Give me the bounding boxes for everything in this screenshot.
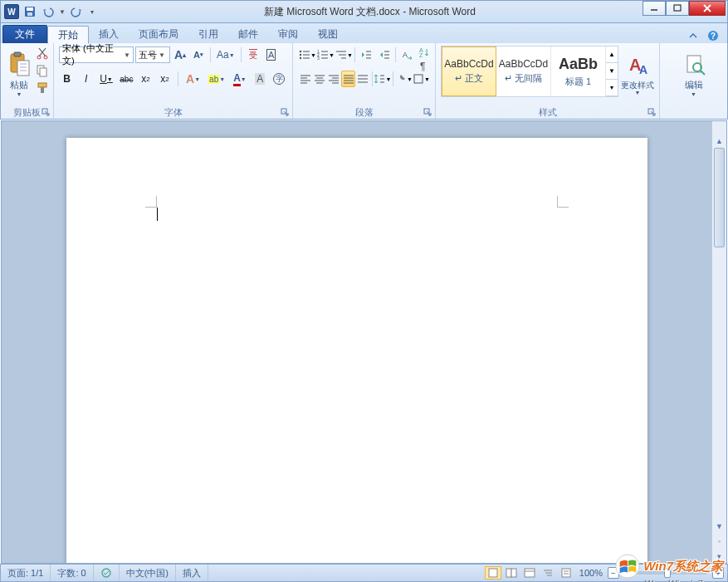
font-size-combo[interactable]: 五号▼ bbox=[135, 46, 170, 63]
status-mode[interactable]: 插入 bbox=[176, 565, 208, 581]
decrease-indent-icon[interactable] bbox=[357, 46, 375, 63]
view-draft-icon[interactable] bbox=[558, 566, 574, 580]
editing-label: 编辑 bbox=[685, 79, 703, 91]
status-words[interactable]: 字数: 0 bbox=[51, 565, 93, 581]
view-print-layout-icon[interactable] bbox=[485, 566, 501, 580]
styles-expand-icon[interactable]: ▾ bbox=[606, 80, 618, 96]
editing-button[interactable]: 编辑 ▼ bbox=[677, 46, 711, 102]
zoom-out-button[interactable]: − bbox=[608, 567, 619, 579]
scroll-up-icon[interactable]: ▲ bbox=[712, 134, 726, 148]
zoom-level[interactable]: 100% bbox=[579, 568, 603, 578]
align-left-icon[interactable] bbox=[298, 71, 312, 87]
bold-button[interactable]: B bbox=[59, 71, 75, 87]
tab-home[interactable]: 开始 bbox=[47, 26, 89, 44]
align-center-icon[interactable] bbox=[312, 71, 326, 87]
status-proof-icon[interactable] bbox=[94, 565, 120, 581]
undo-dropdown-icon[interactable]: ▼ bbox=[59, 8, 66, 16]
next-page-icon[interactable]: ▾ bbox=[712, 550, 726, 563]
clipboard-launcher-icon[interactable] bbox=[42, 108, 51, 118]
style-nospacing[interactable]: AaBbCcDd ↵ 无间隔 bbox=[496, 46, 551, 96]
grow-font-icon[interactable]: A▴ bbox=[172, 46, 188, 63]
subscript-button[interactable]: x2 bbox=[138, 71, 154, 87]
view-outline-icon[interactable] bbox=[540, 566, 556, 580]
enclose-char-icon[interactable]: 字 bbox=[271, 71, 287, 87]
underline-button[interactable]: U▼ bbox=[97, 71, 115, 87]
tab-review[interactable]: 审阅 bbox=[268, 25, 308, 43]
group-clipboard: 粘贴 ▼ 剪贴板 bbox=[1, 43, 54, 119]
char-border-icon[interactable]: A bbox=[263, 46, 280, 63]
copy-icon[interactable] bbox=[35, 63, 50, 78]
group-styles: AaBbCcDd ↵ 正文 AaBbCcDd ↵ 无间隔 AaBb 标题 1 ▲… bbox=[436, 43, 660, 119]
page[interactable] bbox=[66, 138, 647, 563]
ltr-icon[interactable]: A bbox=[398, 46, 416, 63]
styles-scroll-up-icon[interactable]: ▲ bbox=[606, 46, 618, 63]
line-spacing-icon[interactable]: ▼ bbox=[374, 71, 391, 87]
text-effects-icon[interactable]: A▼ bbox=[183, 71, 203, 87]
tab-mailings[interactable]: 邮件 bbox=[228, 25, 268, 43]
styles-launcher-icon[interactable] bbox=[647, 108, 657, 118]
minimize-ribbon-icon[interactable] bbox=[687, 30, 701, 43]
svg-text:A: A bbox=[403, 51, 408, 59]
distribute-icon[interactable] bbox=[355, 71, 369, 87]
paste-button[interactable]: 粘贴 ▼ bbox=[6, 46, 32, 102]
vertical-scrollbar[interactable]: ▲ ▼ ◦ ▾ bbox=[711, 121, 726, 563]
minimize-button[interactable] bbox=[642, 1, 666, 16]
zoom-in-button[interactable]: + bbox=[712, 567, 724, 579]
style-heading1[interactable]: AaBb 标题 1 bbox=[551, 46, 606, 96]
help-icon[interactable]: ? bbox=[707, 30, 721, 43]
borders-icon[interactable]: ▼ bbox=[413, 71, 430, 87]
view-web-icon[interactable] bbox=[521, 566, 538, 580]
document-scroll[interactable] bbox=[2, 121, 711, 563]
format-painter-icon[interactable] bbox=[35, 81, 50, 95]
qat-customize-icon[interactable]: ▾ bbox=[90, 8, 94, 16]
multilevel-list-icon[interactable]: ▼ bbox=[335, 46, 353, 63]
clipboard-label: 剪贴板 bbox=[13, 106, 41, 119]
shading-icon[interactable]: ▼ bbox=[395, 71, 413, 87]
maximize-button[interactable] bbox=[666, 1, 689, 16]
tab-insert[interactable]: 插入 bbox=[89, 25, 129, 43]
char-shading-icon[interactable]: A bbox=[252, 71, 268, 87]
highlight-icon[interactable]: ab▼ bbox=[206, 71, 227, 87]
view-fullscreen-icon[interactable] bbox=[503, 566, 520, 580]
file-tab[interactable]: 文件 bbox=[2, 25, 47, 43]
numbering-icon[interactable]: 123▼ bbox=[316, 46, 335, 63]
align-right-icon[interactable] bbox=[326, 71, 340, 87]
prev-page-icon[interactable]: ◦ bbox=[712, 535, 726, 548]
zoom-slider[interactable] bbox=[624, 571, 707, 575]
tab-view[interactable]: 视图 bbox=[308, 25, 348, 43]
tab-references[interactable]: 引用 bbox=[188, 25, 228, 43]
shrink-font-icon[interactable]: A▾ bbox=[190, 46, 207, 63]
strikethrough-button[interactable]: abc bbox=[119, 71, 134, 87]
scroll-thumb[interactable] bbox=[714, 148, 725, 247]
tab-layout[interactable]: 页面布局 bbox=[129, 25, 188, 43]
phonetic-guide-icon[interactable]: 受 bbox=[245, 46, 261, 63]
styles-gallery[interactable]: AaBbCcDd ↵ 正文 AaBbCcDd ↵ 无间隔 AaBb 标题 1 ▲… bbox=[441, 46, 618, 97]
change-case-icon[interactable]: Aa▼ bbox=[214, 46, 237, 63]
scroll-down-icon[interactable]: ▼ bbox=[712, 520, 726, 533]
margin-corner-tl bbox=[145, 196, 157, 208]
status-language[interactable]: 中文(中国) bbox=[120, 565, 176, 581]
style-normal[interactable]: AaBbCcDd ↵ 正文 bbox=[442, 46, 496, 96]
italic-button[interactable]: I bbox=[78, 71, 94, 87]
font-color-icon[interactable]: A▼ bbox=[231, 71, 249, 87]
save-icon[interactable] bbox=[22, 4, 37, 19]
superscript-button[interactable]: x2 bbox=[157, 71, 173, 87]
align-justify-icon[interactable] bbox=[341, 71, 356, 87]
bullets-icon[interactable]: ▼ bbox=[298, 46, 316, 63]
title-bar: W ▼ ▾ 新建 Microsoft Word 文档.docx - Micros… bbox=[0, 0, 728, 23]
styles-scroll-down-icon[interactable]: ▼ bbox=[606, 63, 618, 80]
undo-icon[interactable] bbox=[41, 4, 56, 19]
font-launcher-icon[interactable] bbox=[281, 108, 291, 118]
sort-icon[interactable]: AZ bbox=[417, 46, 432, 58]
close-button[interactable] bbox=[689, 1, 726, 16]
show-marks-icon[interactable]: ¶ bbox=[417, 60, 432, 71]
status-page[interactable]: 页面: 1/1 bbox=[1, 565, 51, 581]
change-styles-button[interactable]: AA 更改样式 ▼ bbox=[621, 46, 654, 102]
increase-indent-icon[interactable] bbox=[375, 46, 393, 63]
paragraph-launcher-icon[interactable] bbox=[423, 108, 433, 118]
redo-icon[interactable] bbox=[69, 4, 84, 19]
font-name-combo[interactable]: 宋体 (中文正文)▼ bbox=[59, 46, 134, 63]
word-app-icon[interactable]: W bbox=[4, 4, 19, 19]
zoom-thumb[interactable] bbox=[664, 568, 671, 578]
cut-icon[interactable] bbox=[35, 46, 50, 61]
